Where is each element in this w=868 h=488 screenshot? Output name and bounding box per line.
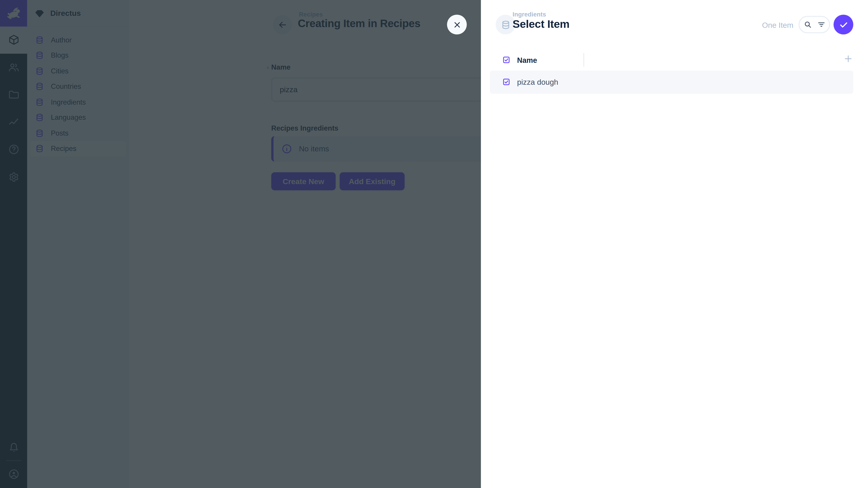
table-row[interactable]: pizza dough [490,71,854,94]
database-icon [500,20,510,30]
row-name-cell: pizza dough [517,71,558,94]
confirm-selection-button[interactable] [834,15,854,35]
row-checkbox[interactable] [502,78,510,86]
drawer-close-button[interactable] [447,15,467,35]
select-all-checkbox[interactable] [502,56,510,64]
column-divider[interactable] [583,53,584,67]
select-item-drawer: Ingredients Select Item One Item Name pi… [481,0,868,488]
selection-status: One Item [762,21,794,30]
drawer-title: Select Item [513,18,569,31]
app-root: Recipes Creating Item in Recipes Name Re… [0,0,868,488]
add-column-icon[interactable] [843,54,853,64]
filter-icon[interactable] [817,20,826,29]
search-filter-pill [799,16,830,33]
drawer-breadcrumb: Ingredients [513,11,546,18]
search-icon[interactable] [803,20,812,29]
column-header-name[interactable]: Name [517,56,537,65]
close-icon [452,20,461,29]
check-icon [838,20,848,30]
